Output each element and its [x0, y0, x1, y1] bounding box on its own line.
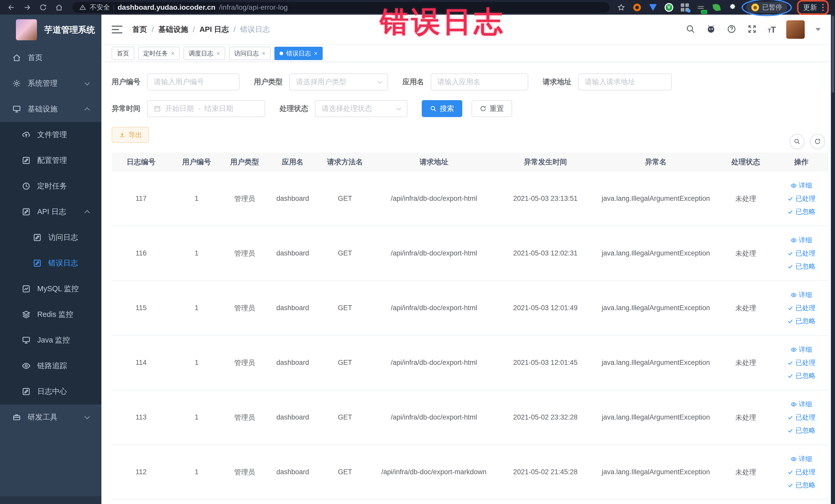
scrollbar-thumb[interactable] — [832, 16, 834, 93]
browser-reload-button[interactable] — [37, 2, 50, 13]
cell-request-url: /api/infra/db-doc/export-html — [371, 249, 497, 257]
sidebar-item-system-management[interactable]: 系统管理 — [0, 70, 101, 96]
sidebar-item-trace[interactable]: 链路追踪 — [0, 353, 101, 379]
sidebar-item-api-log[interactable]: API 日志 — [0, 199, 101, 225]
sidebar-toggle-hamburger-icon[interactable] — [111, 26, 122, 33]
browser-update-button[interactable]: 更新 — [797, 0, 829, 15]
mark-ignored-link[interactable]: 已忽略 — [787, 481, 815, 490]
col-status: 处理状态 — [717, 157, 774, 167]
sidebar-item-access-log[interactable]: 访问日志 — [0, 225, 101, 250]
sidebar-item-file-management[interactable]: 文件管理 — [0, 122, 101, 148]
sidebar-item-mysql-monitor[interactable]: MySQL 监控 — [0, 276, 101, 302]
browser-forward-button[interactable] — [21, 2, 34, 13]
row-actions: 详细 已处理 已忽略 — [776, 455, 827, 490]
extension-on-switch-icon[interactable]: on — [696, 3, 706, 12]
mark-ignored-link[interactable]: 已忽略 — [787, 262, 815, 271]
sidebar-logo[interactable]: 芋道管理系统 — [0, 15, 101, 45]
detail-link[interactable]: 详细 — [791, 345, 812, 354]
browser-home-button[interactable] — [53, 2, 66, 13]
tampermonkey-paused-badge[interactable]: ☻ 已暂停 — [746, 2, 787, 13]
cell-method: GET — [319, 195, 371, 203]
user-type-select[interactable]: 请选择用户类型 — [289, 74, 388, 90]
check-icon — [787, 263, 793, 269]
mark-ignored-link[interactable]: 已忽略 — [787, 207, 815, 216]
mark-ignored-link[interactable]: 已忽略 — [787, 371, 815, 380]
user-id-input[interactable]: 请输入用户编号 — [147, 74, 240, 90]
tab-access-log[interactable]: 访问日志× — [229, 47, 270, 60]
close-icon[interactable]: × — [217, 50, 220, 57]
cell-exception-name: java.lang.IllegalArgumentException — [594, 249, 717, 257]
user-avatar[interactable] — [786, 20, 805, 39]
extension-grid-icon[interactable] — [680, 3, 690, 12]
extension-blue-shield-icon[interactable] — [648, 3, 658, 12]
search-button[interactable]: 搜索 — [422, 100, 462, 117]
detail-link[interactable]: 详细 — [791, 290, 812, 299]
process-status-select[interactable]: 请选择处理状态 — [315, 100, 407, 117]
refresh-table-button[interactable] — [810, 134, 825, 149]
sidebar-item-error-log[interactable]: 错误日志 — [0, 250, 101, 276]
font-size-icon[interactable]: TT — [768, 25, 775, 35]
exception-time-range-picker[interactable]: 开始日期 - 结束日期 — [147, 100, 265, 117]
cell-user-id: 1 — [170, 468, 223, 476]
user-menu-caret-icon[interactable] — [815, 28, 821, 31]
close-icon[interactable]: × — [262, 50, 265, 57]
mark-processed-link[interactable]: 已处理 — [787, 249, 815, 258]
mark-ignored-link[interactable]: 已忽略 — [787, 426, 815, 435]
tab-scheduled-jobs[interactable]: 定时任务× — [138, 47, 180, 60]
home-icon — [55, 4, 63, 11]
extensions-puzzle-icon[interactable] — [728, 3, 737, 12]
mark-processed-link[interactable]: 已处理 — [787, 194, 815, 203]
eye-icon — [791, 292, 797, 298]
detail-link[interactable]: 详细 — [791, 400, 812, 409]
extension-leaf-icon[interactable] — [712, 3, 721, 12]
sidebar-item-redis-monitor[interactable]: Redis 监控 — [0, 302, 101, 327]
sidebar-item-log-center[interactable]: 日志中心 — [0, 379, 101, 404]
extension-orange-ring-icon[interactable] — [632, 3, 642, 12]
cell-exception-time: 2021-05-03 12:01:45 — [497, 359, 594, 367]
sidebar-item-dev-tools[interactable]: 研发工具 — [0, 404, 101, 430]
close-icon[interactable]: × — [171, 50, 175, 57]
request-url-input[interactable]: 请输入请求地址 — [578, 74, 672, 90]
cell-exception-time: 2021-05-03 23:13:51 — [497, 195, 594, 203]
tab-home[interactable]: 首页 — [111, 47, 134, 60]
app-name-input[interactable]: 请输入应用名 — [431, 74, 528, 90]
chevron-down-icon — [396, 105, 401, 110]
detail-link[interactable]: 详细 — [791, 455, 812, 463]
bookmark-star-icon[interactable] — [616, 3, 626, 12]
sidebar-item-home[interactable]: 首页 — [0, 45, 101, 70]
export-button[interactable]: 导出 — [111, 127, 149, 143]
reset-button[interactable]: 重置 — [471, 100, 512, 117]
mark-processed-link[interactable]: 已处理 — [787, 358, 815, 367]
github-icon[interactable] — [706, 24, 716, 35]
sidebar-item-infrastructure[interactable]: 基础设施 — [0, 96, 101, 122]
sidebar-empty-area — [0, 430, 101, 496]
address-bar[interactable]: 不安全 dashboard.yudao.iocoder.cn/infra/log… — [73, 2, 610, 13]
detail-link[interactable]: 详细 — [791, 236, 812, 245]
mark-processed-link[interactable]: 已处理 — [787, 467, 815, 477]
sidebar-item-java-monitor[interactable]: Java 监控 — [0, 327, 101, 353]
mark-ignored-link[interactable]: 已忽略 — [787, 317, 815, 326]
header-search-icon[interactable] — [686, 24, 695, 35]
tab-schedule-log[interactable]: 调度日志× — [184, 47, 225, 60]
mark-processed-link[interactable]: 已处理 — [787, 303, 815, 313]
close-icon[interactable]: × — [314, 50, 318, 57]
browser-scrollbar[interactable] — [831, 15, 835, 504]
detail-link[interactable]: 详细 — [791, 181, 812, 190]
cell-method: GET — [319, 359, 371, 367]
check-icon — [787, 482, 793, 488]
fullscreen-icon[interactable] — [747, 24, 757, 35]
browser-back-button[interactable] — [5, 2, 18, 13]
tab-error-log[interactable]: 错误日志× — [274, 47, 323, 60]
mark-processed-link[interactable]: 已处理 — [787, 413, 815, 422]
cell-app-name: dashboard — [266, 195, 319, 203]
help-question-icon[interactable] — [727, 24, 736, 35]
browser-menu-kebab-icon[interactable] — [822, 4, 824, 11]
sidebar-item-scheduled-jobs[interactable]: 定时任务 — [0, 173, 101, 199]
breadcrumb-home[interactable]: 首页 — [132, 24, 147, 35]
toggle-search-button[interactable] — [790, 134, 805, 149]
sidebar-item-config-management[interactable]: 配置管理 — [0, 148, 101, 173]
extension-green-v-icon[interactable]: V — [664, 3, 674, 12]
col-exception-time: 异常发生时间 — [497, 157, 594, 167]
breadcrumb-api-log[interactable]: API 日志 — [200, 24, 229, 35]
breadcrumb-infrastructure[interactable]: 基础设施 — [158, 24, 188, 35]
